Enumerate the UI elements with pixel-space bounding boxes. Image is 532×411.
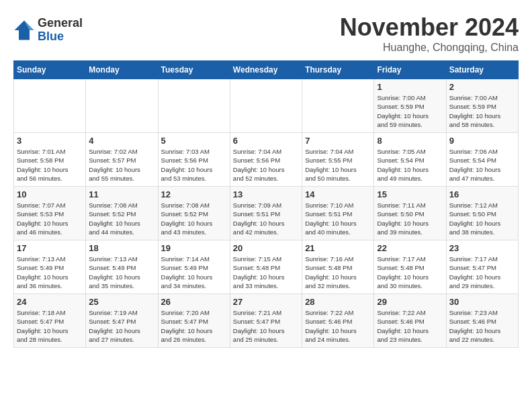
day-info: Sunrise: 7:18 AM Sunset: 5:47 PM Dayligh… bbox=[17, 308, 83, 344]
month-title: November 2024 bbox=[340, 13, 519, 42]
day-info: Sunrise: 7:04 AM Sunset: 5:56 PM Dayligh… bbox=[233, 147, 299, 183]
calendar-cell: 28Sunrise: 7:22 AM Sunset: 5:46 PM Dayli… bbox=[302, 294, 374, 348]
calendar-week-row: 3Sunrise: 7:01 AM Sunset: 5:58 PM Daylig… bbox=[14, 133, 519, 187]
calendar-week-row: 10Sunrise: 7:07 AM Sunset: 5:53 PM Dayli… bbox=[14, 187, 519, 240]
location: Huanghe, Chongqing, China bbox=[340, 42, 519, 54]
day-number: 27 bbox=[233, 297, 299, 307]
day-info: Sunrise: 7:00 AM Sunset: 5:59 PM Dayligh… bbox=[377, 93, 443, 129]
weekday-header: Friday bbox=[374, 61, 446, 79]
calendar-cell: 23Sunrise: 7:17 AM Sunset: 5:47 PM Dayli… bbox=[446, 240, 518, 294]
day-number: 10 bbox=[17, 189, 83, 199]
day-info: Sunrise: 7:14 AM Sunset: 5:49 PM Dayligh… bbox=[161, 255, 227, 290]
calendar-week-row: 17Sunrise: 7:13 AM Sunset: 5:49 PM Dayli… bbox=[14, 240, 519, 294]
day-info: Sunrise: 7:20 AM Sunset: 5:47 PM Dayligh… bbox=[161, 308, 227, 344]
weekday-header: Saturday bbox=[446, 61, 518, 79]
calendar-cell: 17Sunrise: 7:13 AM Sunset: 5:49 PM Dayli… bbox=[14, 240, 86, 294]
calendar-cell: 3Sunrise: 7:01 AM Sunset: 5:58 PM Daylig… bbox=[14, 133, 86, 187]
calendar-cell: 12Sunrise: 7:08 AM Sunset: 5:52 PM Dayli… bbox=[158, 187, 230, 240]
calendar-cell: 20Sunrise: 7:15 AM Sunset: 5:48 PM Dayli… bbox=[230, 240, 302, 294]
day-number: 11 bbox=[89, 189, 154, 199]
weekday-header: Wednesday bbox=[230, 61, 302, 79]
calendar-cell: 22Sunrise: 7:17 AM Sunset: 5:48 PM Dayli… bbox=[374, 240, 446, 294]
day-number: 19 bbox=[161, 243, 227, 253]
day-number: 13 bbox=[233, 189, 299, 199]
calendar-cell: 16Sunrise: 7:12 AM Sunset: 5:50 PM Dayli… bbox=[446, 187, 518, 240]
day-number: 7 bbox=[305, 136, 371, 146]
day-number: 4 bbox=[89, 136, 154, 146]
weekday-header: Sunday bbox=[14, 61, 86, 79]
day-number: 30 bbox=[449, 297, 515, 307]
calendar-cell: 9Sunrise: 7:06 AM Sunset: 5:54 PM Daylig… bbox=[446, 133, 518, 187]
day-number: 29 bbox=[377, 297, 443, 307]
weekday-header: Monday bbox=[86, 61, 158, 79]
day-info: Sunrise: 7:17 AM Sunset: 5:47 PM Dayligh… bbox=[449, 255, 515, 290]
day-info: Sunrise: 7:07 AM Sunset: 5:53 PM Dayligh… bbox=[17, 201, 83, 236]
calendar-cell bbox=[302, 79, 374, 133]
day-number: 21 bbox=[305, 243, 371, 253]
calendar-cell: 5Sunrise: 7:03 AM Sunset: 5:56 PM Daylig… bbox=[158, 133, 230, 187]
day-info: Sunrise: 7:10 AM Sunset: 5:51 PM Dayligh… bbox=[305, 201, 371, 236]
calendar-cell: 24Sunrise: 7:18 AM Sunset: 5:47 PM Dayli… bbox=[14, 294, 86, 348]
day-info: Sunrise: 7:04 AM Sunset: 5:55 PM Dayligh… bbox=[305, 147, 371, 183]
calendar-week-row: 1Sunrise: 7:00 AM Sunset: 5:59 PM Daylig… bbox=[14, 79, 519, 133]
day-info: Sunrise: 7:13 AM Sunset: 5:49 PM Dayligh… bbox=[89, 255, 154, 290]
day-number: 6 bbox=[233, 136, 299, 146]
day-info: Sunrise: 7:03 AM Sunset: 5:56 PM Dayligh… bbox=[161, 147, 227, 183]
day-info: Sunrise: 7:02 AM Sunset: 5:57 PM Dayligh… bbox=[89, 147, 154, 183]
calendar-cell: 19Sunrise: 7:14 AM Sunset: 5:49 PM Dayli… bbox=[158, 240, 230, 294]
day-info: Sunrise: 7:19 AM Sunset: 5:47 PM Dayligh… bbox=[89, 308, 154, 344]
day-info: Sunrise: 7:21 AM Sunset: 5:47 PM Dayligh… bbox=[233, 308, 299, 344]
page-header: General Blue November 2024 Huanghe, Chon… bbox=[13, 13, 519, 54]
day-number: 3 bbox=[17, 136, 83, 146]
day-number: 14 bbox=[305, 189, 371, 199]
weekday-header: Thursday bbox=[302, 61, 374, 79]
day-info: Sunrise: 7:06 AM Sunset: 5:54 PM Dayligh… bbox=[449, 147, 515, 183]
calendar-cell: 2Sunrise: 7:00 AM Sunset: 5:59 PM Daylig… bbox=[446, 79, 518, 133]
calendar-cell: 8Sunrise: 7:05 AM Sunset: 5:54 PM Daylig… bbox=[374, 133, 446, 187]
day-info: Sunrise: 7:15 AM Sunset: 5:48 PM Dayligh… bbox=[233, 255, 299, 290]
title-block: November 2024 Huanghe, Chongqing, China bbox=[340, 13, 519, 54]
day-info: Sunrise: 7:12 AM Sunset: 5:50 PM Dayligh… bbox=[449, 201, 515, 236]
calendar-cell: 14Sunrise: 7:10 AM Sunset: 5:51 PM Dayli… bbox=[302, 187, 374, 240]
calendar-week-row: 24Sunrise: 7:18 AM Sunset: 5:47 PM Dayli… bbox=[14, 294, 519, 348]
calendar-table: SundayMondayTuesdayWednesdayThursdayFrid… bbox=[13, 60, 519, 348]
calendar-cell: 11Sunrise: 7:08 AM Sunset: 5:52 PM Dayli… bbox=[86, 187, 158, 240]
calendar-cell bbox=[158, 79, 230, 133]
day-number: 26 bbox=[161, 297, 227, 307]
day-number: 20 bbox=[233, 243, 299, 253]
day-info: Sunrise: 7:23 AM Sunset: 5:46 PM Dayligh… bbox=[449, 308, 515, 344]
day-info: Sunrise: 7:05 AM Sunset: 5:54 PM Dayligh… bbox=[377, 147, 443, 183]
day-number: 28 bbox=[305, 297, 371, 307]
day-info: Sunrise: 7:08 AM Sunset: 5:52 PM Dayligh… bbox=[89, 201, 154, 236]
calendar-cell bbox=[230, 79, 302, 133]
calendar-cell: 7Sunrise: 7:04 AM Sunset: 5:55 PM Daylig… bbox=[302, 133, 374, 187]
day-info: Sunrise: 7:16 AM Sunset: 5:48 PM Dayligh… bbox=[305, 255, 371, 290]
logo-blue: Blue bbox=[38, 30, 83, 44]
day-info: Sunrise: 7:08 AM Sunset: 5:52 PM Dayligh… bbox=[161, 201, 227, 236]
logo-icon bbox=[13, 19, 35, 41]
day-info: Sunrise: 7:13 AM Sunset: 5:49 PM Dayligh… bbox=[17, 255, 83, 290]
logo-general: General bbox=[38, 17, 83, 30]
day-info: Sunrise: 7:09 AM Sunset: 5:51 PM Dayligh… bbox=[233, 201, 299, 236]
day-number: 8 bbox=[377, 136, 443, 146]
calendar-cell: 4Sunrise: 7:02 AM Sunset: 5:57 PM Daylig… bbox=[86, 133, 158, 187]
logo-text: General Blue bbox=[38, 17, 83, 44]
calendar-cell: 13Sunrise: 7:09 AM Sunset: 5:51 PM Dayli… bbox=[230, 187, 302, 240]
day-number: 12 bbox=[161, 189, 227, 199]
day-number: 5 bbox=[161, 136, 227, 146]
weekday-header-row: SundayMondayTuesdayWednesdayThursdayFrid… bbox=[14, 61, 519, 79]
day-number: 25 bbox=[89, 297, 154, 307]
day-number: 9 bbox=[449, 136, 515, 146]
calendar-cell: 30Sunrise: 7:23 AM Sunset: 5:46 PM Dayli… bbox=[446, 294, 518, 348]
day-number: 22 bbox=[377, 243, 443, 253]
logo: General Blue bbox=[13, 17, 83, 44]
calendar-cell: 21Sunrise: 7:16 AM Sunset: 5:48 PM Dayli… bbox=[302, 240, 374, 294]
day-info: Sunrise: 7:11 AM Sunset: 5:50 PM Dayligh… bbox=[377, 201, 443, 236]
calendar-cell: 15Sunrise: 7:11 AM Sunset: 5:50 PM Dayli… bbox=[374, 187, 446, 240]
day-number: 17 bbox=[17, 243, 83, 253]
weekday-header: Tuesday bbox=[158, 61, 230, 79]
calendar-cell: 29Sunrise: 7:22 AM Sunset: 5:46 PM Dayli… bbox=[374, 294, 446, 348]
day-number: 1 bbox=[377, 82, 443, 92]
day-info: Sunrise: 7:22 AM Sunset: 5:46 PM Dayligh… bbox=[377, 308, 443, 344]
day-info: Sunrise: 7:22 AM Sunset: 5:46 PM Dayligh… bbox=[305, 308, 371, 344]
